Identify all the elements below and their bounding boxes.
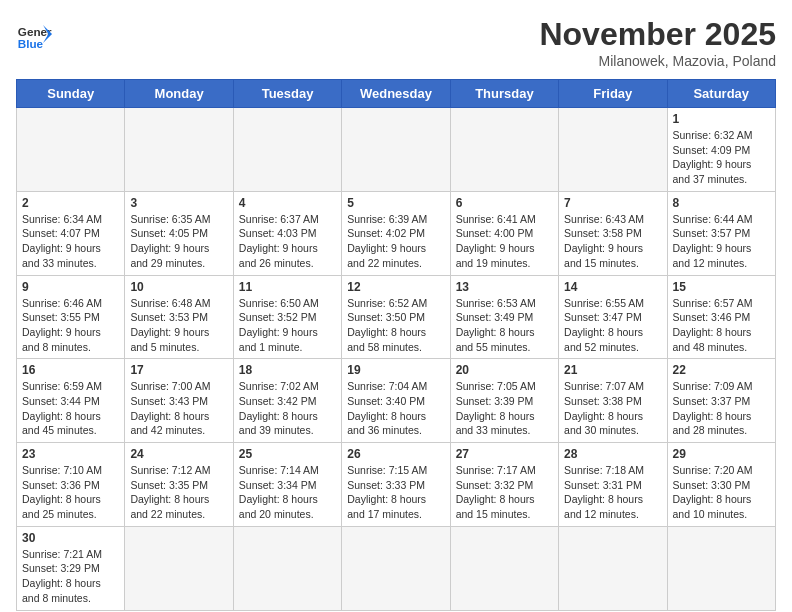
day-number: 2 xyxy=(22,196,119,210)
day-number: 11 xyxy=(239,280,336,294)
calendar-cell: 1Sunrise: 6:32 AM Sunset: 4:09 PM Daylig… xyxy=(667,108,775,192)
calendar-cell: 21Sunrise: 7:07 AM Sunset: 3:38 PM Dayli… xyxy=(559,359,667,443)
calendar-cell xyxy=(233,108,341,192)
calendar-cell: 30Sunrise: 7:21 AM Sunset: 3:29 PM Dayli… xyxy=(17,526,125,610)
logo-icon: General Blue xyxy=(16,16,52,52)
day-number: 5 xyxy=(347,196,444,210)
day-info: Sunrise: 7:09 AM Sunset: 3:37 PM Dayligh… xyxy=(673,379,770,438)
title-area: November 2025 Milanowek, Mazovia, Poland xyxy=(539,16,776,69)
calendar-row: 2Sunrise: 6:34 AM Sunset: 4:07 PM Daylig… xyxy=(17,191,776,275)
day-info: Sunrise: 7:00 AM Sunset: 3:43 PM Dayligh… xyxy=(130,379,227,438)
calendar-cell xyxy=(125,526,233,610)
calendar-cell xyxy=(450,108,558,192)
calendar-cell: 10Sunrise: 6:48 AM Sunset: 3:53 PM Dayli… xyxy=(125,275,233,359)
calendar-cell xyxy=(233,526,341,610)
day-info: Sunrise: 6:59 AM Sunset: 3:44 PM Dayligh… xyxy=(22,379,119,438)
day-info: Sunrise: 6:44 AM Sunset: 3:57 PM Dayligh… xyxy=(673,212,770,271)
day-number: 25 xyxy=(239,447,336,461)
location-subtitle: Milanowek, Mazovia, Poland xyxy=(539,53,776,69)
day-info: Sunrise: 7:18 AM Sunset: 3:31 PM Dayligh… xyxy=(564,463,661,522)
day-info: Sunrise: 6:39 AM Sunset: 4:02 PM Dayligh… xyxy=(347,212,444,271)
calendar-cell: 19Sunrise: 7:04 AM Sunset: 3:40 PM Dayli… xyxy=(342,359,450,443)
weekday-header-row: SundayMondayTuesdayWednesdayThursdayFrid… xyxy=(17,80,776,108)
calendar-cell: 16Sunrise: 6:59 AM Sunset: 3:44 PM Dayli… xyxy=(17,359,125,443)
calendar-row: 16Sunrise: 6:59 AM Sunset: 3:44 PM Dayli… xyxy=(17,359,776,443)
day-info: Sunrise: 6:50 AM Sunset: 3:52 PM Dayligh… xyxy=(239,296,336,355)
calendar-row: 30Sunrise: 7:21 AM Sunset: 3:29 PM Dayli… xyxy=(17,526,776,610)
calendar-cell: 25Sunrise: 7:14 AM Sunset: 3:34 PM Dayli… xyxy=(233,443,341,527)
calendar-cell: 17Sunrise: 7:00 AM Sunset: 3:43 PM Dayli… xyxy=(125,359,233,443)
day-number: 21 xyxy=(564,363,661,377)
day-number: 9 xyxy=(22,280,119,294)
day-number: 18 xyxy=(239,363,336,377)
calendar-cell: 4Sunrise: 6:37 AM Sunset: 4:03 PM Daylig… xyxy=(233,191,341,275)
weekday-header-cell: Tuesday xyxy=(233,80,341,108)
calendar-cell xyxy=(559,526,667,610)
day-info: Sunrise: 7:12 AM Sunset: 3:35 PM Dayligh… xyxy=(130,463,227,522)
day-number: 24 xyxy=(130,447,227,461)
day-info: Sunrise: 6:48 AM Sunset: 3:53 PM Dayligh… xyxy=(130,296,227,355)
day-number: 16 xyxy=(22,363,119,377)
day-info: Sunrise: 6:46 AM Sunset: 3:55 PM Dayligh… xyxy=(22,296,119,355)
day-info: Sunrise: 7:05 AM Sunset: 3:39 PM Dayligh… xyxy=(456,379,553,438)
day-number: 30 xyxy=(22,531,119,545)
logo: General Blue xyxy=(16,16,52,52)
day-info: Sunrise: 6:35 AM Sunset: 4:05 PM Dayligh… xyxy=(130,212,227,271)
calendar-row: 1Sunrise: 6:32 AM Sunset: 4:09 PM Daylig… xyxy=(17,108,776,192)
calendar-body: 1Sunrise: 6:32 AM Sunset: 4:09 PM Daylig… xyxy=(17,108,776,611)
calendar-cell: 5Sunrise: 6:39 AM Sunset: 4:02 PM Daylig… xyxy=(342,191,450,275)
day-number: 23 xyxy=(22,447,119,461)
weekday-header-cell: Friday xyxy=(559,80,667,108)
day-number: 1 xyxy=(673,112,770,126)
day-number: 27 xyxy=(456,447,553,461)
day-info: Sunrise: 6:34 AM Sunset: 4:07 PM Dayligh… xyxy=(22,212,119,271)
day-number: 8 xyxy=(673,196,770,210)
day-number: 10 xyxy=(130,280,227,294)
calendar-cell: 20Sunrise: 7:05 AM Sunset: 3:39 PM Dayli… xyxy=(450,359,558,443)
calendar-cell: 26Sunrise: 7:15 AM Sunset: 3:33 PM Dayli… xyxy=(342,443,450,527)
day-info: Sunrise: 6:53 AM Sunset: 3:49 PM Dayligh… xyxy=(456,296,553,355)
day-info: Sunrise: 7:21 AM Sunset: 3:29 PM Dayligh… xyxy=(22,547,119,606)
weekday-header-cell: Saturday xyxy=(667,80,775,108)
day-number: 15 xyxy=(673,280,770,294)
calendar-cell xyxy=(342,108,450,192)
svg-text:Blue: Blue xyxy=(18,37,44,50)
day-info: Sunrise: 7:07 AM Sunset: 3:38 PM Dayligh… xyxy=(564,379,661,438)
month-title: November 2025 xyxy=(539,16,776,53)
day-number: 28 xyxy=(564,447,661,461)
calendar-cell: 14Sunrise: 6:55 AM Sunset: 3:47 PM Dayli… xyxy=(559,275,667,359)
calendar-cell: 7Sunrise: 6:43 AM Sunset: 3:58 PM Daylig… xyxy=(559,191,667,275)
calendar-cell xyxy=(450,526,558,610)
day-info: Sunrise: 7:02 AM Sunset: 3:42 PM Dayligh… xyxy=(239,379,336,438)
day-info: Sunrise: 7:20 AM Sunset: 3:30 PM Dayligh… xyxy=(673,463,770,522)
calendar-table: SundayMondayTuesdayWednesdayThursdayFrid… xyxy=(16,79,776,611)
day-number: 17 xyxy=(130,363,227,377)
day-info: Sunrise: 7:14 AM Sunset: 3:34 PM Dayligh… xyxy=(239,463,336,522)
day-info: Sunrise: 7:10 AM Sunset: 3:36 PM Dayligh… xyxy=(22,463,119,522)
day-info: Sunrise: 6:52 AM Sunset: 3:50 PM Dayligh… xyxy=(347,296,444,355)
calendar-row: 9Sunrise: 6:46 AM Sunset: 3:55 PM Daylig… xyxy=(17,275,776,359)
day-number: 13 xyxy=(456,280,553,294)
day-info: Sunrise: 6:41 AM Sunset: 4:00 PM Dayligh… xyxy=(456,212,553,271)
calendar-cell: 24Sunrise: 7:12 AM Sunset: 3:35 PM Dayli… xyxy=(125,443,233,527)
calendar-cell xyxy=(559,108,667,192)
calendar-cell: 29Sunrise: 7:20 AM Sunset: 3:30 PM Dayli… xyxy=(667,443,775,527)
day-number: 12 xyxy=(347,280,444,294)
calendar-cell: 3Sunrise: 6:35 AM Sunset: 4:05 PM Daylig… xyxy=(125,191,233,275)
calendar-cell: 27Sunrise: 7:17 AM Sunset: 3:32 PM Dayli… xyxy=(450,443,558,527)
calendar-cell: 2Sunrise: 6:34 AM Sunset: 4:07 PM Daylig… xyxy=(17,191,125,275)
day-info: Sunrise: 7:04 AM Sunset: 3:40 PM Dayligh… xyxy=(347,379,444,438)
day-info: Sunrise: 6:37 AM Sunset: 4:03 PM Dayligh… xyxy=(239,212,336,271)
calendar-cell: 11Sunrise: 6:50 AM Sunset: 3:52 PM Dayli… xyxy=(233,275,341,359)
weekday-header-cell: Sunday xyxy=(17,80,125,108)
day-number: 14 xyxy=(564,280,661,294)
day-info: Sunrise: 6:57 AM Sunset: 3:46 PM Dayligh… xyxy=(673,296,770,355)
day-info: Sunrise: 6:32 AM Sunset: 4:09 PM Dayligh… xyxy=(673,128,770,187)
calendar-cell: 15Sunrise: 6:57 AM Sunset: 3:46 PM Dayli… xyxy=(667,275,775,359)
calendar-cell xyxy=(125,108,233,192)
calendar-cell: 8Sunrise: 6:44 AM Sunset: 3:57 PM Daylig… xyxy=(667,191,775,275)
weekday-header-cell: Thursday xyxy=(450,80,558,108)
day-number: 7 xyxy=(564,196,661,210)
calendar-row: 23Sunrise: 7:10 AM Sunset: 3:36 PM Dayli… xyxy=(17,443,776,527)
calendar-cell: 12Sunrise: 6:52 AM Sunset: 3:50 PM Dayli… xyxy=(342,275,450,359)
